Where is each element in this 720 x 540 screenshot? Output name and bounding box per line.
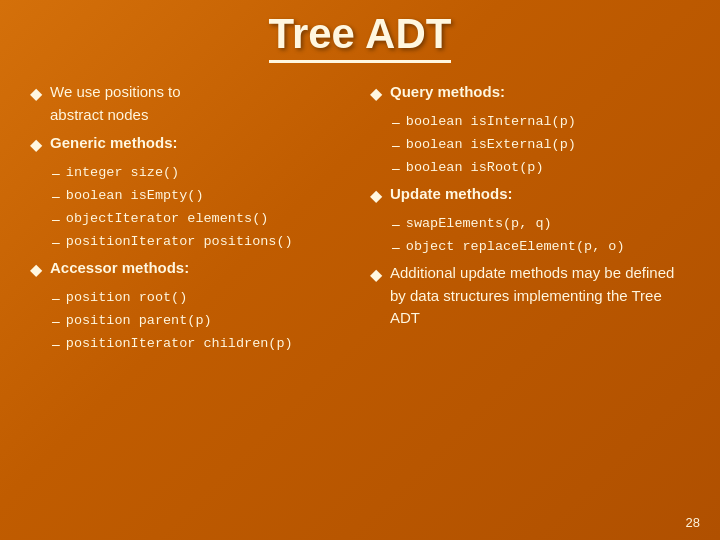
sub-list: – boolean isInternal(p) – boolean isExte… — [392, 112, 690, 179]
dash-icon: – — [392, 112, 400, 133]
item-text: boolean isInternal(p) — [406, 112, 576, 132]
list-item: – boolean isExternal(p) — [392, 135, 690, 156]
dash-icon: – — [52, 311, 60, 332]
list-item: – integer size() — [52, 163, 350, 184]
list-item: ◆ We use positions toabstract nodes — [30, 81, 350, 126]
dash-icon: – — [52, 163, 60, 184]
bullet-icon: ◆ — [30, 133, 42, 157]
item-text: positionIterator children(p) — [66, 334, 293, 354]
page-number: 28 — [686, 515, 700, 530]
dash-icon: – — [392, 237, 400, 258]
bullet-icon: ◆ — [370, 82, 382, 106]
item-text: integer size() — [66, 163, 179, 183]
dash-icon: – — [52, 288, 60, 309]
item-text: swapElements(p, q) — [406, 214, 552, 234]
dash-icon: – — [392, 214, 400, 235]
dash-icon: – — [52, 209, 60, 230]
item-text: boolean isRoot(p) — [406, 158, 544, 178]
list-item: – positionIterator positions() — [52, 232, 350, 253]
list-item: – position parent(p) — [52, 311, 350, 332]
sub-list: – integer size() – boolean isEmpty() – o… — [52, 163, 350, 253]
list-item: – boolean isRoot(p) — [392, 158, 690, 179]
item-text: objectIterator elements() — [66, 209, 269, 229]
item-text: object replaceElement(p, o) — [406, 237, 625, 257]
list-item: ◆ Accessor methods: — [30, 257, 350, 282]
item-text: Query methods: — [390, 81, 505, 104]
sub-list: – swapElements(p, q) – object replaceEle… — [392, 214, 690, 258]
list-item: – positionIterator children(p) — [52, 334, 350, 355]
list-item: – boolean isInternal(p) — [392, 112, 690, 133]
bullet-icon: ◆ — [30, 82, 42, 106]
title-container: Tree ADT — [30, 10, 690, 63]
bullet-icon: ◆ — [30, 258, 42, 282]
list-item: – object replaceElement(p, o) — [392, 237, 690, 258]
dash-icon: – — [392, 158, 400, 179]
item-text: position root() — [66, 288, 188, 308]
slide-title: Tree ADT — [269, 10, 452, 63]
list-item: – position root() — [52, 288, 350, 309]
list-item: – swapElements(p, q) — [392, 214, 690, 235]
right-column: ◆ Query methods: – boolean isInternal(p)… — [370, 81, 690, 359]
item-text: position parent(p) — [66, 311, 212, 331]
item-text: Generic methods: — [50, 132, 178, 155]
dash-icon: – — [52, 186, 60, 207]
dash-icon: – — [52, 334, 60, 355]
item-text: Accessor methods: — [50, 257, 189, 280]
list-item: – boolean isEmpty() — [52, 186, 350, 207]
bullet-icon: ◆ — [370, 263, 382, 287]
list-item: ◆ Additional update methods may be defin… — [370, 262, 690, 330]
list-item: ◆ Generic methods: — [30, 132, 350, 157]
item-text: We use positions toabstract nodes — [50, 81, 181, 126]
item-text: Update methods: — [390, 183, 513, 206]
list-item: ◆ Update methods: — [370, 183, 690, 208]
dash-icon: – — [52, 232, 60, 253]
sub-list: – position root() – position parent(p) –… — [52, 288, 350, 355]
left-column: ◆ We use positions toabstract nodes ◆ Ge… — [30, 81, 350, 359]
dash-icon: – — [392, 135, 400, 156]
item-text: Additional update methods may be defined… — [390, 262, 690, 330]
item-text: positionIterator positions() — [66, 232, 293, 252]
content-area: ◆ We use positions toabstract nodes ◆ Ge… — [30, 81, 690, 359]
slide: Tree ADT ◆ We use positions toabstract n… — [0, 0, 720, 540]
bullet-icon: ◆ — [370, 184, 382, 208]
item-text: boolean isExternal(p) — [406, 135, 576, 155]
item-text: boolean isEmpty() — [66, 186, 204, 206]
list-item: ◆ Query methods: — [370, 81, 690, 106]
list-item: – objectIterator elements() — [52, 209, 350, 230]
